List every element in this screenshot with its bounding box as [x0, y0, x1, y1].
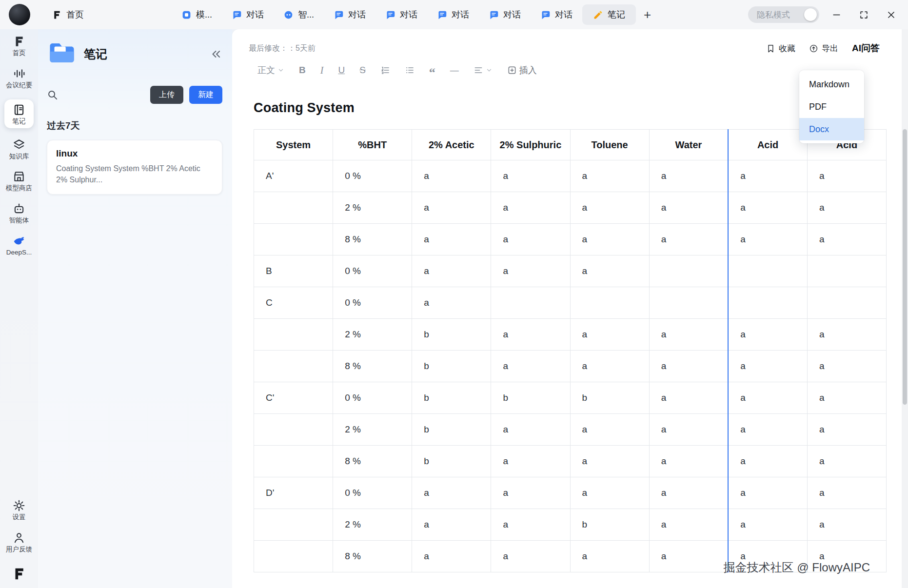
table-cell[interactable]: 2 % [333, 192, 412, 224]
table-cell[interactable]: D' [254, 477, 333, 509]
favorite-button[interactable]: 收藏 [766, 43, 795, 54]
table-cell[interactable]: 8 % [333, 446, 412, 477]
underline-button[interactable]: U [338, 65, 345, 76]
horizontal-rule-button[interactable]: — [450, 65, 459, 76]
table-cell[interactable]: 0 % [333, 477, 412, 509]
table-cell[interactable] [254, 319, 333, 351]
table-cell[interactable]: a [807, 414, 886, 446]
note-list-item[interactable]: linux Coating System System %BHT 2% Acet… [47, 140, 222, 195]
table-cell[interactable] [649, 287, 728, 319]
table-cell[interactable]: a [412, 477, 491, 509]
new-tab-button[interactable]: + [636, 7, 659, 22]
table-cell[interactable] [570, 287, 649, 319]
alignment-dropdown[interactable] [474, 65, 493, 75]
table-cell[interactable]: a [807, 224, 886, 255]
paragraph-style-dropdown[interactable]: 正文 [257, 64, 284, 76]
table-cell[interactable]: 0 % [333, 255, 412, 287]
table-cell[interactable]: a [570, 192, 649, 224]
table-header[interactable]: %BHT [333, 130, 412, 160]
table-header[interactable]: 2% Sulphuric [491, 130, 570, 160]
maximize-button[interactable] [853, 4, 874, 25]
ordered-list-button[interactable] [380, 65, 390, 75]
table-cell[interactable] [254, 192, 333, 224]
close-button[interactable] [881, 4, 901, 25]
table-cell[interactable]: a [649, 160, 728, 192]
table-cell[interactable]: a [570, 541, 649, 572]
table-cell[interactable]: a [412, 287, 491, 319]
privacy-mode-toggle[interactable]: 隐私模式 [748, 6, 819, 23]
table-cell[interactable]: a [807, 509, 886, 541]
tab-notes-active[interactable]: 笔记 [582, 4, 636, 25]
menu-item-docx[interactable]: Docx [799, 118, 864, 140]
blockquote-button[interactable]: “ [429, 65, 435, 75]
table-header[interactable]: Toluene [570, 130, 649, 160]
rail-item-knowledge[interactable]: 知识库 [4, 138, 34, 160]
tab-chat-2[interactable]: 对话 [324, 5, 375, 24]
new-note-button[interactable]: 新建 [189, 86, 222, 104]
menu-item-markdown[interactable]: Markdown [799, 73, 864, 96]
tab-home[interactable]: 首页 [42, 5, 94, 24]
table-cell[interactable] [807, 255, 886, 287]
rail-item-notes[interactable]: 笔记 [4, 99, 34, 128]
table-cell[interactable]: a [728, 192, 807, 224]
table-cell[interactable]: a [570, 477, 649, 509]
table-cell[interactable]: a [807, 351, 886, 382]
scrollbar-track[interactable] [902, 29, 908, 588]
table-cell[interactable]: a [649, 509, 728, 541]
table-cell[interactable]: b [491, 382, 570, 414]
table-cell[interactable]: a [807, 192, 886, 224]
table-cell[interactable] [254, 224, 333, 255]
table-cell[interactable]: b [412, 446, 491, 477]
table-cell[interactable]: a [412, 160, 491, 192]
rail-item-meetings[interactable]: 会议纪要 [4, 67, 34, 89]
table-cell[interactable]: a [412, 192, 491, 224]
table-header[interactable]: Water [649, 130, 728, 160]
table-cell[interactable] [254, 446, 333, 477]
table-cell[interactable]: a [491, 319, 570, 351]
table-cell[interactable]: 2 % [333, 414, 412, 446]
rail-item-feedback[interactable]: 用户反馈 [4, 531, 34, 553]
rail-item-settings[interactable]: 设置 [4, 499, 34, 521]
table-cell[interactable]: 8 % [333, 224, 412, 255]
table-cell[interactable]: a [570, 446, 649, 477]
table-cell[interactable]: a [807, 319, 886, 351]
table-cell[interactable]: 0 % [333, 160, 412, 192]
table-cell[interactable]: a [649, 192, 728, 224]
table-cell[interactable]: a [570, 319, 649, 351]
table-cell[interactable]: a [728, 351, 807, 382]
tab-chat-6[interactable]: 对话 [531, 5, 582, 24]
table-cell[interactable]: a [807, 446, 886, 477]
table-cell[interactable] [254, 541, 333, 572]
export-button[interactable]: 导出 [809, 43, 838, 54]
table-cell[interactable]: a [491, 160, 570, 192]
table-cell[interactable]: a [649, 541, 728, 572]
table-cell[interactable]: C' [254, 382, 333, 414]
table-cell[interactable]: b [412, 319, 491, 351]
tab-chat-4[interactable]: 对话 [427, 5, 479, 24]
table-cell[interactable]: a [412, 541, 491, 572]
table-cell[interactable]: a [728, 446, 807, 477]
table-cell[interactable]: a [570, 255, 649, 287]
table-cell[interactable]: b [570, 382, 649, 414]
table-header[interactable]: 2% Acetic [412, 130, 491, 160]
table-cell[interactable]: a [570, 160, 649, 192]
table-cell[interactable]: a [649, 319, 728, 351]
insert-button[interactable]: 插入 [507, 64, 537, 76]
collapse-panel-icon[interactable] [210, 48, 222, 60]
table-cell[interactable]: a [807, 160, 886, 192]
table-cell[interactable]: 2 % [333, 509, 412, 541]
table-cell[interactable]: a [491, 351, 570, 382]
table-cell[interactable]: a [807, 382, 886, 414]
table-cell[interactable]: a [491, 255, 570, 287]
document-title[interactable]: Coating System [254, 100, 887, 116]
table-cell[interactable]: a [570, 414, 649, 446]
ai-qa-button[interactable]: AI问答 [852, 42, 880, 55]
table-cell[interactable]: a [412, 224, 491, 255]
table-cell[interactable]: 0 % [333, 287, 412, 319]
table-cell[interactable]: a [491, 541, 570, 572]
table-cell[interactable] [254, 509, 333, 541]
table-cell[interactable]: a [807, 477, 886, 509]
tab-chat-1[interactable]: 对话 [222, 5, 274, 24]
table-cell[interactable] [254, 414, 333, 446]
table-cell[interactable]: a [728, 414, 807, 446]
